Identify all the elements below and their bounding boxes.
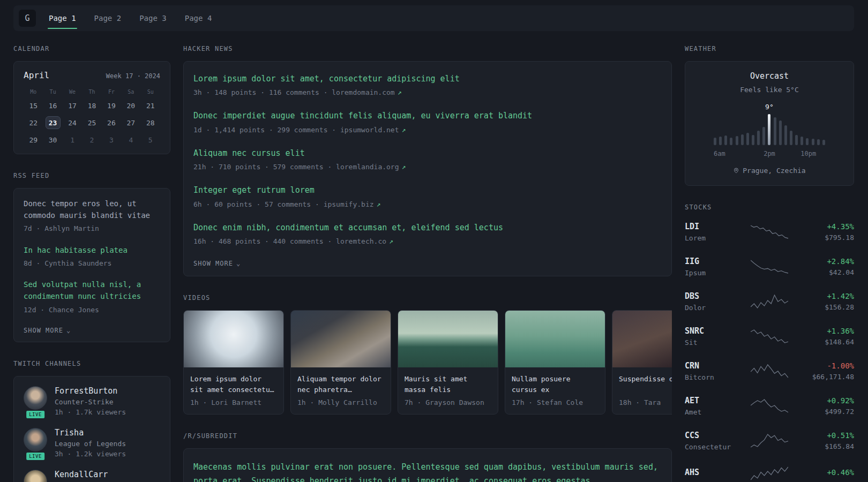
hn-item: Donec enim nibh, condimentum et accumsan…: [193, 222, 662, 246]
video-card[interactable]: Mauris sit amet massa felis 7h · Grayson…: [398, 310, 498, 415]
hn-item-meta: 3h · 148 points · 116 comments · loremdo…: [193, 88, 662, 97]
avatar: [24, 428, 47, 451]
weather-bar: [746, 133, 749, 145]
app-logo[interactable]: G: [19, 10, 36, 27]
twitch-channel-info: KendallCarr: [55, 470, 108, 482]
subreddit-post-title[interactable]: Maecenas mollis pulvinar erat non posuer…: [193, 460, 662, 482]
weather-bar: [730, 138, 732, 145]
twitch-widget: LIVE ForrestBurton Counter-Strike 1h · 1…: [13, 376, 170, 482]
weather-bar: [757, 131, 760, 145]
stock-row[interactable]: LDI Lorem +4.35% $795.18: [685, 222, 854, 242]
calendar-day: 28: [143, 116, 158, 129]
dashboard-page: G Page 1 Page 2 Page 3 Page 4 CALENDAR A…: [0, 0, 868, 482]
stock-row[interactable]: CCS Consectetur +0.51% $165.84: [685, 431, 854, 451]
stock-name: Bitcorn: [685, 373, 736, 381]
video-meta: 7h · Grayson Dawson: [405, 398, 491, 406]
calendar-day: 21: [143, 99, 158, 112]
external-link-icon: [399, 126, 406, 134]
hn-item: Aliquam nec cursus elit 21h · 710 points…: [193, 147, 662, 172]
sparkline-svg: [751, 293, 788, 310]
twitch-channel[interactable]: LIVE Trisha League of Legends 3h · 1.2k …: [24, 428, 160, 458]
stock-sparkline: [736, 363, 803, 379]
calendar-day: 18: [84, 99, 99, 112]
stock-id: SNRC Sit: [685, 326, 736, 347]
video-card[interactable]: Lorem ipsum dolor sit amet consectetu… 1…: [183, 310, 284, 415]
rss-item: In hac habitasse platea 8d · Cynthia Sau…: [24, 245, 160, 269]
hn-item-stats: 16h · 468 points · 440 comments ·: [193, 237, 336, 245]
location-pin-icon: [733, 167, 739, 174]
weather-bar: [795, 135, 798, 145]
stock-values: +0.46%: [803, 468, 854, 479]
live-badge: LIVE: [25, 410, 46, 419]
hn-item: Integer eget rutrum lorem 6h · 60 points…: [193, 184, 662, 209]
tab-page-3[interactable]: Page 3: [138, 5, 168, 31]
rss-item-title[interactable]: Sed volutpat nulla nisl, a condimentum n…: [24, 279, 160, 302]
dashboard-columns: CALENDAR April Week 17 · 2024 Mo Tu We T…: [13, 45, 854, 482]
stock-row[interactable]: AHS +0.46%: [685, 465, 854, 481]
subreddit-section: /R/SUBREDDIT Maecenas mollis pulvinar er…: [183, 432, 672, 482]
hn-item-source-link[interactable]: loremlandia.org: [336, 163, 406, 171]
twitch-channel[interactable]: LIVE KendallCarr: [24, 470, 160, 482]
rss-section: RSS FEED Donec tempor eros leo, ut commo…: [13, 172, 170, 342]
weather-location: Prague, Czechia: [695, 167, 844, 175]
stock-row[interactable]: DBS Dolor +1.42% $156.28: [685, 291, 854, 312]
calendar-day-next-month: 1: [65, 133, 80, 146]
hn-item-source-link[interactable]: ipsumworld.net: [340, 126, 406, 134]
twitch-channel[interactable]: LIVE ForrestBurton Counter-Strike 1h · 1…: [24, 386, 160, 416]
stock-change: +0.92%: [803, 396, 854, 405]
page-tabs: Page 1 Page 2 Page 3 Page 4: [48, 5, 213, 31]
rss-item-title[interactable]: Donec tempor eros leo, ut commodo mauris…: [24, 198, 160, 221]
calendar-day: 26: [104, 116, 119, 129]
weather-time-label: 6am: [714, 150, 725, 157]
stock-sparkline: [736, 433, 803, 449]
twitch-channel-name: ForrestBurton: [55, 386, 126, 396]
weather-bar: [774, 117, 776, 145]
video-card[interactable]: Aliquam tempor dolor nec pharetra… 1h · …: [290, 310, 391, 415]
hn-item-source-link[interactable]: loremdomain.com: [332, 88, 401, 96]
hn-item-title[interactable]: Lorem ipsum dolor sit amet, consectetur …: [193, 73, 662, 85]
hn-item-title[interactable]: Donec imperdiet augue tincidunt felis al…: [193, 110, 662, 122]
hn-item-domain: ipsumify.biz: [324, 200, 374, 208]
twitch-channel-name: KendallCarr: [55, 470, 108, 479]
rss-item-title[interactable]: In hac habitasse platea: [24, 245, 160, 257]
video-card[interactable]: Nullam posuere cursus ex 17h · Stefan Co…: [505, 310, 605, 415]
hn-item-title[interactable]: Integer eget rutrum lorem: [193, 184, 662, 197]
twitch-channel-game: League of Legends: [55, 440, 126, 448]
hn-item-source-link[interactable]: ipsumify.biz: [324, 200, 381, 208]
stock-row[interactable]: CRN Bitcorn -1.00% $66,171.48: [685, 361, 854, 381]
video-card-body: Mauris sit amet massa felis 7h · Grayson…: [398, 367, 498, 414]
rss-item: Sed volutpat nulla nisl, a condimentum n…: [24, 279, 160, 315]
stock-ticker: AHS: [685, 468, 736, 477]
stock-row[interactable]: SNRC Sit +1.36% $148.64: [685, 326, 854, 347]
stock-row[interactable]: AET Amet +0.92% $499.72: [685, 396, 854, 416]
hn-show-more-button[interactable]: SHOW MORE: [193, 259, 241, 267]
weather-bar: [784, 125, 787, 145]
rss-show-more-button[interactable]: SHOW MORE: [24, 326, 71, 334]
external-link-icon: [395, 88, 402, 96]
weather-bar: [719, 137, 722, 145]
external-link-icon: [386, 237, 393, 245]
tab-page-2[interactable]: Page 2: [93, 5, 123, 31]
hn-item-source-link[interactable]: loremtech.co: [336, 237, 393, 245]
video-title: Nullam posuere cursus ex: [512, 374, 598, 395]
weather-time-label: 10pm: [800, 150, 816, 157]
stock-row[interactable]: IIG Ipsum +2.84% $42.04: [685, 257, 854, 277]
center-column: HACKER NEWS Lorem ipsum dolor sit amet, …: [183, 45, 672, 482]
twitch-channel-viewers: 1h · 1.7k viewers: [55, 408, 126, 416]
stock-price: $156.28: [803, 303, 854, 311]
hn-item-title[interactable]: Aliquam nec cursus elit: [193, 147, 662, 160]
video-card-body: Suspendisse diam 18h · Tara: [612, 367, 672, 414]
weather-bar: [714, 138, 716, 145]
stock-values: +1.36% $148.64: [803, 327, 854, 346]
hn-item-title[interactable]: Donec enim nibh, condimentum et accumsan…: [193, 222, 662, 234]
weather-chart: 9° 6am 2pm 10pm: [714, 101, 825, 157]
video-card[interactable]: Suspendisse diam 18h · Tara: [612, 310, 672, 415]
tab-page-4[interactable]: Page 4: [184, 5, 213, 31]
calendar-day: 25: [84, 116, 99, 129]
stock-change: +4.35%: [803, 222, 854, 231]
calendar-dow: Su: [147, 89, 154, 95]
twitch-avatar: LIVE: [24, 470, 47, 482]
tab-page-1[interactable]: Page 1: [48, 5, 77, 31]
weather-bar: [800, 137, 803, 145]
weather-bar-highlighted: 9°: [768, 114, 770, 145]
